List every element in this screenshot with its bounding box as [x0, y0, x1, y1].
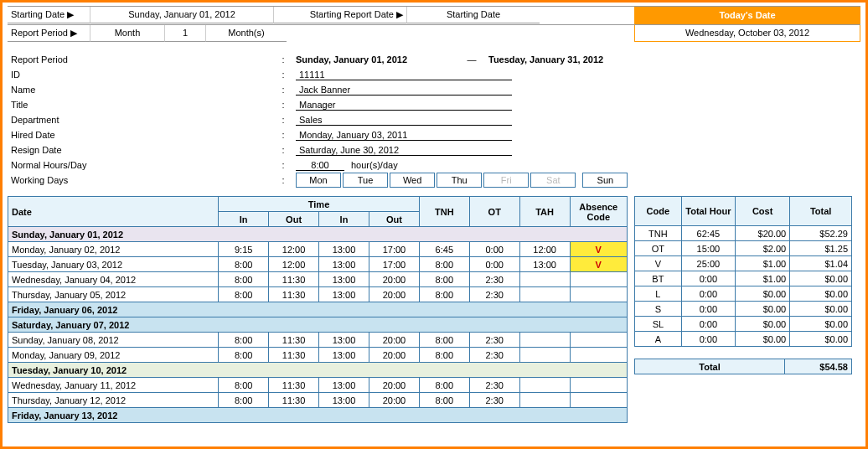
wd-sat[interactable]: Sat	[530, 173, 576, 188]
tnh-cell[interactable]: 6:45	[419, 242, 469, 257]
ot-cell[interactable]: 2:30	[469, 287, 519, 302]
ot-cell[interactable]: 0:00	[469, 257, 519, 272]
out1-cell[interactable]: 11:30	[269, 378, 319, 393]
ot-cell[interactable]: 0:00	[469, 242, 519, 257]
ot-cell[interactable]: 2:30	[469, 393, 519, 408]
date-cell[interactable]: Thursday, January 05, 2012	[8, 287, 219, 302]
in1-cell[interactable]: 8:00	[219, 333, 269, 348]
tah-cell[interactable]	[519, 287, 570, 302]
out2-cell[interactable]: 17:00	[369, 242, 419, 257]
ot-cell[interactable]: 2:30	[469, 348, 519, 363]
date-cell[interactable]: Wednesday, January 04, 2012	[8, 272, 219, 287]
table-row[interactable]: Thursday, January 05, 20128:0011:3013:00…	[8, 287, 628, 302]
in1-cell[interactable]: 8:00	[219, 287, 269, 302]
normal-value[interactable]: 8:00	[296, 160, 344, 171]
dept-value[interactable]: Sales	[296, 115, 512, 126]
out2-cell[interactable]: 20:00	[369, 393, 419, 408]
in2-cell[interactable]: 13:00	[319, 242, 369, 257]
in2-cell[interactable]: 13:00	[319, 287, 369, 302]
starting-date-value[interactable]: Sunday, January 01, 2012	[90, 7, 273, 23]
out1-cell[interactable]: 12:00	[269, 257, 319, 272]
in1-cell[interactable]: 9:15	[219, 242, 269, 257]
table-row[interactable]: Friday, January 13, 2012	[8, 408, 628, 423]
out1-cell[interactable]: 11:30	[269, 348, 319, 363]
table-row[interactable]: Sunday, January 01, 2012	[8, 227, 628, 242]
out2-cell[interactable]: 20:00	[369, 378, 419, 393]
out1-cell[interactable]: 11:30	[269, 393, 319, 408]
tah-cell[interactable]	[519, 378, 570, 393]
tnh-cell[interactable]: 8:00	[419, 393, 469, 408]
tah-cell[interactable]: 12:00	[519, 242, 570, 257]
date-cell[interactable]: Tuesday, January 03, 2012	[8, 257, 219, 272]
ot-cell[interactable]: 2:30	[469, 333, 519, 348]
out1-cell[interactable]: 11:30	[269, 333, 319, 348]
tnh-cell[interactable]: 8:00	[419, 378, 469, 393]
in2-cell[interactable]: 13:00	[319, 272, 369, 287]
hired-value[interactable]: Monday, January 03, 2011	[296, 130, 512, 141]
out2-cell[interactable]: 20:00	[369, 348, 419, 363]
table-row[interactable]: Saturday, January 07, 2012	[8, 317, 628, 333]
date-cell[interactable]: Thursday, January 12, 2012	[8, 393, 219, 408]
tah-cell[interactable]: 13:00	[519, 257, 570, 272]
date-cell[interactable]: Sunday, January 08, 2012	[8, 333, 219, 348]
abs-cell[interactable]	[570, 272, 627, 287]
table-row[interactable]: Tuesday, January 10, 2012	[8, 363, 628, 378]
abs-cell[interactable]	[570, 393, 627, 408]
table-row[interactable]: Wednesday, January 11, 20128:0011:3013:0…	[8, 378, 628, 393]
in2-cell[interactable]: 13:00	[319, 333, 369, 348]
table-row[interactable]: Tuesday, January 03, 20128:0012:0013:001…	[8, 257, 628, 272]
out1-cell[interactable]: 11:30	[269, 287, 319, 302]
resign-value[interactable]: Saturday, June 30, 2012	[296, 145, 512, 156]
out2-cell[interactable]: 17:00	[369, 257, 419, 272]
abs-cell[interactable]	[570, 333, 627, 348]
tah-cell[interactable]	[519, 393, 570, 408]
starting-report-value[interactable]: Starting Date	[406, 7, 540, 23]
tnh-cell[interactable]: 8:00	[419, 257, 469, 272]
tnh-cell[interactable]: 8:00	[419, 287, 469, 302]
wd-fri[interactable]: Fri	[483, 173, 529, 188]
abs-cell[interactable]	[570, 378, 627, 393]
abs-cell[interactable]	[570, 287, 627, 302]
in1-cell[interactable]: 8:00	[219, 272, 269, 287]
in2-cell[interactable]: 13:00	[319, 378, 369, 393]
title-value[interactable]: Manager	[296, 100, 512, 111]
in2-cell[interactable]: 13:00	[319, 393, 369, 408]
tah-cell[interactable]	[519, 333, 570, 348]
abs-cell[interactable]: V	[570, 257, 627, 272]
table-row[interactable]: Monday, January 09, 20128:0011:3013:0020…	[8, 348, 628, 363]
out2-cell[interactable]: 20:00	[369, 333, 419, 348]
ot-cell[interactable]: 2:30	[469, 272, 519, 287]
wd-mon[interactable]: Mon	[296, 173, 341, 188]
in1-cell[interactable]: 8:00	[219, 257, 269, 272]
tah-cell[interactable]	[519, 272, 570, 287]
date-cell[interactable]: Wednesday, January 11, 2012	[8, 378, 219, 393]
table-row[interactable]: Monday, January 02, 20129:1512:0013:0017…	[8, 242, 628, 257]
id-value[interactable]: 11111	[296, 70, 512, 80]
out2-cell[interactable]: 20:00	[369, 272, 419, 287]
name-value[interactable]: Jack Banner	[296, 85, 512, 95]
wd-tue[interactable]: Tue	[343, 173, 388, 188]
out2-cell[interactable]: 20:00	[369, 287, 419, 302]
abs-cell[interactable]: V	[570, 242, 627, 257]
wd-thu[interactable]: Thu	[437, 173, 482, 188]
out1-cell[interactable]: 12:00	[269, 242, 319, 257]
tah-cell[interactable]	[519, 348, 570, 363]
table-row[interactable]: Friday, January 06, 2012	[8, 302, 628, 317]
table-row[interactable]: Wednesday, January 04, 20128:0011:3013:0…	[8, 272, 628, 287]
in1-cell[interactable]: 8:00	[219, 393, 269, 408]
date-cell[interactable]: Monday, January 09, 2012	[8, 348, 219, 363]
tnh-cell[interactable]: 8:00	[419, 333, 469, 348]
wd-sun[interactable]: Sun	[582, 173, 628, 188]
out1-cell[interactable]: 11:30	[269, 272, 319, 287]
tnh-cell[interactable]: 8:00	[419, 348, 469, 363]
in1-cell[interactable]: 8:00	[219, 348, 269, 363]
in2-cell[interactable]: 13:00	[319, 257, 369, 272]
table-row[interactable]: Thursday, January 12, 20128:0011:3013:00…	[8, 393, 628, 408]
ot-cell[interactable]: 2:30	[469, 378, 519, 393]
tnh-cell[interactable]: 8:00	[419, 272, 469, 287]
in2-cell[interactable]: 13:00	[319, 348, 369, 363]
report-period-unit[interactable]: Month	[90, 25, 164, 42]
report-period-qty[interactable]: 1	[164, 25, 205, 42]
abs-cell[interactable]	[570, 348, 627, 363]
in1-cell[interactable]: 8:00	[219, 378, 269, 393]
